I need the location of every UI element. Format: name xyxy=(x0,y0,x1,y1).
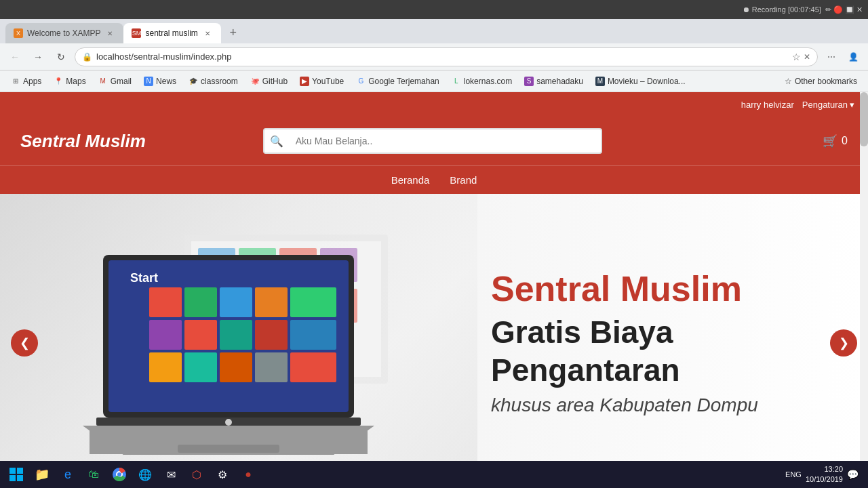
address-bar[interactable]: 🔒 localhost/sentral-muslim/index.php ☆ ✕ xyxy=(75,47,818,66)
search-icon: 🔍 xyxy=(270,135,283,148)
taskbar-time-display: 13:20 xyxy=(806,464,843,474)
taskbar-mail[interactable]: ✉ xyxy=(159,462,183,487)
tab-sentral[interactable]: SM sentral muslim ✕ xyxy=(123,23,220,43)
site-logo[interactable]: Sentral Muslim xyxy=(20,131,146,152)
svg-rect-21 xyxy=(220,320,252,350)
taskbar-app5[interactable]: ⬡ xyxy=(184,462,209,487)
svg-rect-19 xyxy=(149,320,182,350)
taskbar-right: ENG 13:20 10/10/2019 💬 xyxy=(785,464,864,485)
address-text: localhost/sentral-muslim/index.php xyxy=(96,52,788,62)
taskbar-files[interactable]: 📁 xyxy=(30,462,54,487)
mail-icon: ✉ xyxy=(167,468,176,481)
bookmark-samehadaku-label: samehadaku xyxy=(536,77,583,86)
bookmark-samehadaku[interactable]: S samehadaku xyxy=(519,75,589,88)
svg-rect-35 xyxy=(9,475,16,481)
svg-point-39 xyxy=(117,472,121,476)
start-button[interactable] xyxy=(4,462,28,487)
tab-xampp[interactable]: X Welcome to XAMPP ✕ xyxy=(5,23,123,43)
back-button[interactable]: ← xyxy=(5,47,24,66)
search-container: 🔍 xyxy=(263,128,602,154)
taskbar-chrome[interactable] xyxy=(107,462,132,487)
nav-brand[interactable]: Brand xyxy=(450,169,477,191)
bookmark-lokernas[interactable]: L lokernas.com xyxy=(446,75,517,88)
search-input[interactable] xyxy=(289,128,602,154)
svg-rect-24 xyxy=(149,352,182,382)
tab-label-sentral: sentral muslim xyxy=(145,28,197,38)
bookmark-youtube[interactable]: ▶ YouTube xyxy=(294,75,349,88)
bookmark-youtube-label: YouTube xyxy=(312,77,344,86)
app7-icon: ● xyxy=(245,468,252,481)
taskbar-app6[interactable]: ⚙ xyxy=(210,462,235,487)
cart-count: 0 xyxy=(842,135,848,147)
taskbar-store[interactable]: 🛍 xyxy=(81,462,106,487)
profile-button[interactable]: 👤 xyxy=(844,47,863,66)
tab-close-sentral[interactable]: ✕ xyxy=(202,28,213,39)
svg-rect-26 xyxy=(220,352,252,382)
app6-icon: ⚙ xyxy=(218,468,227,481)
search-icon-wrap: 🔍 xyxy=(263,128,289,154)
laptop-image: Start xyxy=(76,214,401,472)
scrollbar-thumb[interactable] xyxy=(860,92,868,146)
tab-close-xampp[interactable]: ✕ xyxy=(104,28,115,39)
chrome-icon xyxy=(113,468,126,481)
bookmark-github[interactable]: 🐙 GitHub xyxy=(245,75,293,88)
forward-button[interactable]: → xyxy=(28,47,47,66)
gtranslate-icon: G xyxy=(356,77,366,86)
bookmark-maps[interactable]: 📍 Maps xyxy=(48,75,91,88)
pengaturan-menu[interactable]: Pengaturan ▾ xyxy=(802,100,854,110)
title-bar-right: ⏺ Recording [00:07:45] ✏ 🔴 🔲 ✕ xyxy=(743,5,863,14)
extensions-button[interactable]: ⋯ xyxy=(822,47,841,66)
hero-section: Start xyxy=(0,194,868,488)
username-display: harry helvizar xyxy=(741,100,794,110)
taskbar-notification[interactable]: 💬 xyxy=(847,469,859,480)
svg-rect-33 xyxy=(9,468,16,474)
bookmark-apps-label: Apps xyxy=(23,77,41,86)
extension-icon[interactable]: ✕ xyxy=(804,52,810,62)
maps-icon: 📍 xyxy=(54,77,63,86)
svg-rect-32 xyxy=(178,445,279,453)
bookmark-gmail[interactable]: M Gmail xyxy=(93,75,137,88)
bookmark-github-label: GitHub xyxy=(262,77,288,86)
slider-next-button[interactable]: ❯ xyxy=(830,329,857,357)
hero-subtitle: khusus area Kabupaten Dompu xyxy=(491,394,841,416)
nav-beranda[interactable]: Beranda xyxy=(391,169,430,191)
slider-prev-button[interactable]: ❮ xyxy=(11,329,38,357)
other-bookmarks[interactable]: ☆ Other bookmarks xyxy=(779,75,863,88)
bookmark-news[interactable]: N News xyxy=(138,75,182,88)
refresh-button[interactable]: ↻ xyxy=(52,47,71,66)
bookmark-news-label: News xyxy=(156,77,176,86)
bookmark-movieku[interactable]: M Movieku – Downloa... xyxy=(590,75,691,88)
taskbar-app7[interactable]: ● xyxy=(236,462,260,487)
site-topbar: harry helvizar Pengaturan ▾ xyxy=(0,92,868,117)
bookmark-maps-label: Maps xyxy=(66,77,85,86)
network-icon: 🌐 xyxy=(138,468,152,481)
bookmark-apps[interactable]: ⊞ Apps xyxy=(5,75,47,88)
bookmark-star-icon[interactable]: ☆ xyxy=(792,52,801,62)
svg-rect-15 xyxy=(184,287,217,317)
taskbar-network[interactable]: 🌐 xyxy=(133,462,157,487)
scrollbar[interactable] xyxy=(860,92,868,461)
hero-title-line2: Pengantaran xyxy=(491,352,680,388)
store-icon: 🛍 xyxy=(88,468,99,481)
window-controls[interactable]: ✏ 🔴 🔲 ✕ xyxy=(825,5,863,14)
svg-rect-16 xyxy=(220,287,252,317)
nav-right-icons: ⋯ 👤 xyxy=(822,47,863,66)
bookmark-classroom[interactable]: 🎓 classroom xyxy=(183,75,243,88)
nav-bar: ← → ↻ 🔒 localhost/sentral-muslim/index.p… xyxy=(0,43,868,70)
new-tab-button[interactable]: + xyxy=(224,23,243,42)
tab-label-xampp: Welcome to XAMPP xyxy=(27,28,100,38)
gmail-icon: M xyxy=(98,77,108,86)
taskbar-ie[interactable]: e xyxy=(56,462,80,487)
samehadaku-icon: S xyxy=(524,77,534,86)
bookmark-gtranslate[interactable]: G Google Terjemahan xyxy=(351,75,445,88)
svg-rect-27 xyxy=(255,352,288,382)
site-nav: Beranda Brand xyxy=(0,165,868,194)
cart-area[interactable]: 🛒 0 xyxy=(823,134,848,148)
bookmark-gtranslate-label: Google Terjemahan xyxy=(368,77,439,86)
svg-rect-18 xyxy=(290,287,336,317)
bookmark-gmail-label: Gmail xyxy=(111,77,132,86)
website: harry helvizar Pengaturan ▾ Sentral Musl… xyxy=(0,92,868,488)
tabs-bar: X Welcome to XAMPP ✕ SM sentral muslim ✕… xyxy=(0,19,868,43)
svg-rect-22 xyxy=(255,320,288,350)
svg-rect-36 xyxy=(17,475,23,481)
